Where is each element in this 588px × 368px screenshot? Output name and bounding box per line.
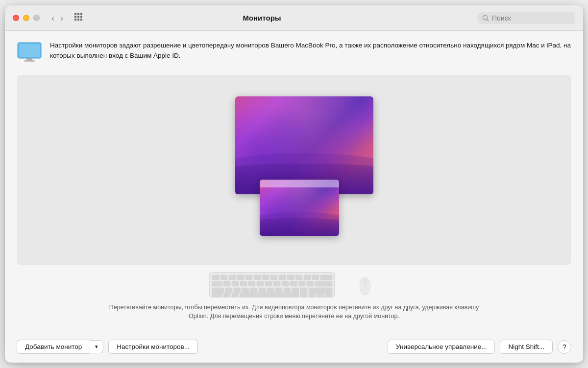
svg-rect-52: [292, 288, 299, 293]
svg-rect-26: [295, 275, 302, 280]
search-icon: [482, 15, 489, 22]
svg-rect-29: [320, 275, 332, 280]
chevron-down-icon: [95, 344, 98, 349]
svg-rect-36: [265, 281, 272, 286]
svg-rect-19: [237, 275, 244, 280]
svg-rect-31: [223, 281, 230, 286]
menubar-strip: [260, 180, 339, 187]
search-bar[interactable]: [477, 12, 575, 24]
svg-rect-55: [212, 293, 222, 297]
svg-rect-50: [275, 288, 282, 293]
monitor-icon: [17, 42, 42, 63]
svg-rect-35: [257, 281, 264, 286]
svg-point-65: [364, 279, 367, 283]
svg-rect-49: [267, 288, 274, 293]
svg-rect-12: [19, 44, 40, 57]
monitor-secondary-preview[interactable]: [260, 180, 339, 236]
svg-rect-48: [259, 288, 266, 293]
info-description: Настройки мониторов задают разрешение и …: [50, 41, 571, 61]
svg-rect-45: [234, 288, 241, 293]
peripherals-area: Перетягивайте мониторы, чтобы переместит…: [17, 265, 571, 325]
mouse-icon: [350, 273, 380, 297]
svg-rect-44: [225, 288, 232, 293]
main-window: ‹ › Мониторы: [5, 5, 583, 363]
svg-rect-32: [232, 281, 239, 286]
svg-rect-46: [242, 288, 249, 293]
svg-rect-40: [298, 281, 305, 286]
minimize-button[interactable]: [23, 15, 29, 21]
search-input[interactable]: [492, 14, 570, 22]
svg-rect-37: [273, 281, 280, 286]
svg-rect-56: [223, 293, 230, 297]
svg-rect-13: [26, 58, 32, 60]
add-monitor-dropdown[interactable]: [90, 340, 103, 353]
svg-rect-21: [254, 275, 261, 280]
svg-rect-54: [309, 288, 332, 293]
svg-rect-51: [284, 288, 291, 293]
svg-rect-53: [300, 288, 307, 293]
svg-rect-14: [24, 60, 35, 62]
secondary-wallpaper: [260, 180, 339, 236]
keyboard-mouse-row: [208, 272, 380, 298]
svg-rect-43: [212, 288, 224, 293]
svg-rect-62: [325, 293, 332, 297]
svg-rect-39: [290, 281, 297, 286]
svg-rect-23: [270, 275, 277, 280]
close-button[interactable]: [13, 15, 19, 21]
window-title: Мониторы: [52, 14, 471, 22]
svg-rect-38: [282, 281, 289, 286]
svg-rect-57: [232, 293, 239, 297]
svg-rect-20: [245, 275, 252, 280]
svg-rect-47: [250, 288, 257, 293]
bottom-buttons: Добавить монитор Настройки мониторов... …: [5, 333, 583, 363]
svg-rect-22: [262, 275, 269, 280]
svg-rect-33: [240, 281, 247, 286]
svg-rect-60: [309, 293, 316, 297]
monitor-icon-wrap: [17, 42, 42, 65]
monitor-settings-button[interactable]: Настройки мониторов...: [108, 340, 198, 354]
hint-text: Перетягивайте мониторы, чтобы переместит…: [103, 303, 485, 322]
info-row: Настройки мониторов задают разрешение и …: [17, 41, 571, 65]
svg-rect-61: [317, 293, 324, 297]
svg-rect-58: [240, 293, 299, 297]
keyboard-icon: [208, 272, 336, 298]
svg-rect-18: [229, 275, 236, 280]
svg-rect-17: [220, 275, 227, 280]
content-area: Настройки мониторов задают разрешение и …: [5, 31, 583, 333]
add-monitor-button[interactable]: Добавить монитор: [17, 340, 90, 354]
display-area[interactable]: [17, 75, 571, 265]
monitors-container: [211, 96, 377, 243]
traffic-lights: [13, 15, 40, 21]
add-monitor-group: Добавить монитор: [17, 340, 103, 354]
svg-rect-42: [315, 281, 332, 286]
night-shift-button[interactable]: Night Shift...: [500, 340, 553, 354]
svg-rect-34: [248, 281, 255, 286]
titlebar: ‹ › Мониторы: [5, 5, 583, 31]
help-button[interactable]: ?: [558, 340, 571, 354]
svg-rect-41: [307, 281, 314, 286]
maximize-button[interactable]: [33, 15, 40, 21]
universal-control-button[interactable]: Универсальное управление...: [388, 340, 495, 354]
svg-rect-25: [287, 275, 294, 280]
svg-rect-16: [212, 275, 219, 280]
svg-rect-30: [212, 281, 222, 286]
svg-line-10: [487, 19, 489, 21]
svg-rect-24: [279, 275, 286, 280]
svg-rect-28: [312, 275, 319, 280]
svg-rect-27: [304, 275, 311, 280]
svg-rect-59: [300, 293, 307, 297]
